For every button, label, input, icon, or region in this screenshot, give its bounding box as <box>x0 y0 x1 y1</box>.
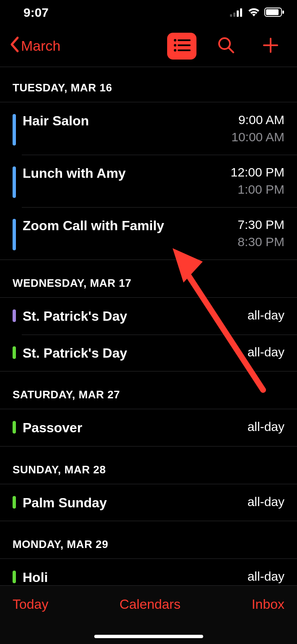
calendar-color-indicator <box>13 309 16 322</box>
day-group: Passoverall-day <box>0 409 297 447</box>
event-title: Zoom Call with Family <box>23 216 238 235</box>
events-list[interactable]: TUESDAY, MAR 16Hair Salon9:00 AM10:00 AM… <box>0 67 297 585</box>
event-time: 7:30 PM8:30 PM <box>238 216 284 250</box>
svg-rect-1 <box>233 13 235 17</box>
event-title: Palm Sunday <box>23 493 248 512</box>
back-label: March <box>21 38 60 54</box>
event-row[interactable]: St. Patrick's Dayall-day <box>0 335 297 371</box>
calendar-color-indicator <box>13 346 16 359</box>
event-row[interactable]: Palm Sundayall-day <box>0 484 297 521</box>
status-bar: 9:07 <box>0 0 297 25</box>
add-button[interactable] <box>256 31 285 61</box>
event-row[interactable]: Holiall-day <box>0 559 297 585</box>
event-row[interactable]: Passoverall-day <box>0 409 297 446</box>
svg-line-14 <box>229 48 233 52</box>
day-group: Hair Salon9:00 AM10:00 AMLunch with Amy1… <box>0 102 297 260</box>
calendar-color-indicator <box>13 219 16 250</box>
event-time: 9:00 AM10:00 AM <box>231 112 284 145</box>
calendar-color-indicator <box>13 571 16 583</box>
event-time: all-day <box>248 493 284 511</box>
day-header: SATURDAY, MAR 27 <box>0 371 297 409</box>
list-icon <box>173 38 191 54</box>
event-row[interactable]: St. Patrick's Dayall-day <box>0 298 297 335</box>
event-row[interactable]: Zoom Call with Family7:30 PM8:30 PM <box>0 207 297 260</box>
cellular-icon <box>230 5 243 20</box>
calendars-button[interactable]: Calendars <box>119 597 181 612</box>
battery-icon <box>264 5 284 20</box>
svg-point-7 <box>174 39 176 42</box>
calendar-color-indicator <box>13 421 16 434</box>
day-header: TUESDAY, MAR 16 <box>0 67 297 102</box>
event-title: Hair Salon <box>23 112 231 130</box>
event-title: St. Patrick's Day <box>23 344 248 362</box>
event-time: all-day <box>248 344 284 361</box>
event-time: all-day <box>248 307 284 324</box>
event-title: Lunch with Amy <box>23 164 231 182</box>
calendar-color-indicator <box>13 114 16 145</box>
back-button[interactable]: March <box>6 34 64 59</box>
svg-rect-3 <box>240 8 242 17</box>
event-title: Holi <box>23 568 248 585</box>
day-header: MONDAY, MAR 29 <box>0 521 297 558</box>
search-button[interactable] <box>212 31 241 61</box>
plus-icon <box>262 37 279 55</box>
bottom-toolbar: Today Calendars Inbox <box>0 585 297 644</box>
event-title: St. Patrick's Day <box>23 307 248 325</box>
svg-rect-2 <box>237 10 239 17</box>
calendar-color-indicator <box>13 166 16 198</box>
event-row[interactable]: Lunch with Amy12:00 PM1:00 PM <box>0 155 297 207</box>
day-header: WEDNESDAY, MAR 17 <box>0 260 297 297</box>
svg-rect-0 <box>230 14 232 17</box>
inbox-button[interactable]: Inbox <box>252 597 284 612</box>
list-view-button[interactable] <box>167 33 196 60</box>
day-group: Palm Sundayall-day <box>0 484 297 522</box>
wifi-icon <box>248 5 260 20</box>
svg-point-11 <box>174 49 176 52</box>
search-icon <box>217 36 235 56</box>
day-header: SUNDAY, MAR 28 <box>0 447 297 484</box>
status-time: 9:07 <box>23 5 49 20</box>
home-indicator[interactable] <box>94 635 203 638</box>
day-group: Holiall-day <box>0 558 297 585</box>
nav-bar: March <box>0 25 297 67</box>
svg-point-9 <box>174 44 176 47</box>
today-button[interactable]: Today <box>13 597 48 612</box>
event-time: 12:00 PM1:00 PM <box>231 164 284 198</box>
event-title: Passover <box>23 418 248 437</box>
svg-rect-5 <box>266 9 279 15</box>
event-time: all-day <box>248 568 284 585</box>
calendar-color-indicator <box>13 496 16 509</box>
status-right <box>230 5 284 20</box>
event-time: all-day <box>248 418 284 436</box>
svg-rect-6 <box>282 10 284 14</box>
day-group: St. Patrick's Dayall-daySt. Patrick's Da… <box>0 297 297 371</box>
chevron-left-icon <box>9 36 20 56</box>
event-row[interactable]: Hair Salon9:00 AM10:00 AM <box>0 102 297 155</box>
